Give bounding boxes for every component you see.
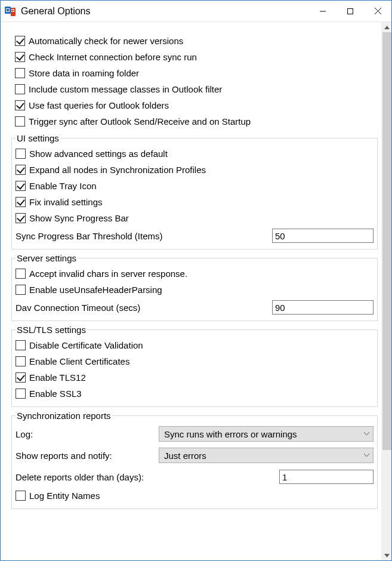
checkbox-tls12[interactable] [16, 372, 26, 383]
input-timeout[interactable] [272, 300, 374, 315]
label-log: Log: [16, 429, 159, 439]
label-disable-cert: Disable Certificate Validation [29, 340, 143, 350]
scroll-down-icon[interactable] [382, 550, 392, 560]
general-group: Automatically check for newer versions C… [11, 28, 378, 130]
label-ssl3: Enable SSL3 [29, 389, 82, 399]
app-icon [4, 5, 16, 17]
checkbox-auto-check[interactable] [15, 36, 25, 46]
input-delete-older[interactable] [279, 470, 374, 484]
label-store-roaming: Store data in roaming folder [29, 68, 139, 78]
server-settings-legend: Server settings [16, 253, 78, 263]
ssl-settings-group: SSL/TLS settings Disable Certificate Val… [11, 325, 378, 407]
select-log-value: Sync runs with errors or warnings [164, 429, 363, 439]
checkbox-ssl3[interactable] [16, 389, 26, 399]
svg-rect-7 [13, 11, 14, 12]
checkbox-client-cert[interactable] [16, 356, 26, 366]
label-expand-nodes: Expand all nodes in Synchronization Prof… [29, 165, 206, 175]
minimize-button[interactable] [309, 1, 337, 22]
label-fast-queries: Use fast queries for Outlook folders [29, 100, 169, 110]
checkbox-show-advanced[interactable] [16, 149, 26, 159]
checkbox-fast-queries[interactable] [15, 100, 25, 110]
checkbox-expand-nodes[interactable] [16, 165, 26, 175]
svg-rect-5 [13, 9, 14, 10]
checkbox-log-entity[interactable] [16, 491, 26, 501]
label-include-custom: Include custom message classes in Outloo… [29, 84, 222, 94]
checkbox-store-roaming[interactable] [15, 68, 25, 78]
ui-settings-legend: UI settings [16, 133, 60, 143]
label-show-advanced: Show advanced settings as default [29, 149, 168, 159]
svg-rect-2 [7, 9, 9, 11]
close-button[interactable] [364, 1, 391, 22]
select-log[interactable]: Sync runs with errors or warnings [159, 426, 374, 442]
chevron-down-icon [363, 432, 369, 436]
checkbox-accept-invalid[interactable] [16, 269, 26, 279]
chevron-down-icon [363, 454, 369, 457]
label-log-entity: Log Entity Names [29, 491, 100, 501]
label-unsafe-header: Enable useUnsafeHeaderParsing [29, 285, 162, 295]
checkbox-unsafe-header[interactable] [16, 285, 26, 295]
window-title: General Options [21, 6, 91, 17]
checkbox-disable-cert[interactable] [16, 340, 26, 350]
label-timeout: Dav Connection Timeout (secs) [16, 303, 140, 313]
label-auto-check: Automatically check for newer versions [29, 36, 183, 46]
svg-rect-9 [348, 8, 353, 14]
select-show-value: Just errors [164, 451, 363, 461]
content-area: Automatically check for newer versions C… [1, 22, 381, 560]
sync-reports-legend: Synchronization reports [16, 411, 112, 421]
checkbox-include-custom[interactable] [15, 84, 25, 94]
label-delete-older: Delete reports older than (days): [16, 472, 144, 482]
label-tls12: Enable TLS12 [29, 372, 86, 383]
ui-settings-group: UI settings Show advanced settings as de… [11, 133, 378, 249]
checkbox-show-progress[interactable] [16, 213, 26, 223]
scroll-up-icon[interactable] [382, 22, 392, 32]
checkbox-tray-icon[interactable] [16, 181, 26, 191]
scroll-thumb[interactable] [382, 32, 391, 450]
sync-reports-group: Synchronization reports Log: Sync runs w… [11, 411, 378, 509]
server-settings-group: Server settings Accept invalid chars in … [11, 253, 378, 321]
ssl-settings-legend: SSL/TLS settings [16, 325, 87, 335]
svg-rect-6 [11, 11, 13, 12]
select-show-reports[interactable]: Just errors [159, 448, 374, 463]
checkbox-check-internet[interactable] [15, 52, 25, 62]
titlebar: General Options [1, 1, 391, 22]
svg-rect-4 [11, 9, 13, 10]
label-threshold: Sync Progress Bar Threshold (Items) [16, 231, 162, 241]
label-show-reports: Show reports and notify: [16, 451, 159, 461]
label-fix-invalid: Fix invalid settings [29, 197, 103, 207]
label-trigger-sync: Trigger sync after Outlook Send/Receive … [29, 116, 251, 127]
label-accept-invalid: Accept invalid chars in server response. [29, 269, 187, 279]
label-tray-icon: Enable Tray Icon [29, 181, 97, 191]
label-check-internet: Check Internet connection before sync ru… [29, 52, 197, 62]
checkbox-fix-invalid[interactable] [16, 197, 26, 207]
label-client-cert: Enable Client Certificates [29, 356, 129, 366]
label-show-progress: Show Sync Progress Bar [29, 213, 129, 223]
maximize-button[interactable] [337, 1, 364, 22]
vertical-scrollbar[interactable] [381, 22, 391, 560]
input-threshold[interactable] [272, 229, 374, 243]
checkbox-trigger-sync[interactable] [15, 116, 25, 127]
